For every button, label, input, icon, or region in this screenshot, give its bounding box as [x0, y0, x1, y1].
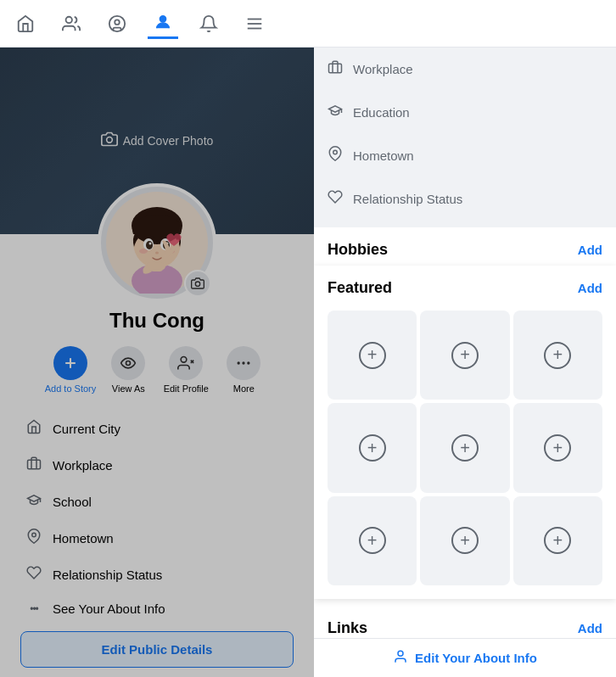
svg-point-36: [333, 150, 338, 154]
more-dots-icon: •••: [24, 603, 44, 615]
plus-icon-4: +: [359, 434, 386, 462]
edit-profile-panel: Workplace Education Hometown: [314, 48, 616, 677]
hometown-icon: [24, 529, 44, 548]
plus-icon-9: +: [544, 527, 571, 554]
info-relationship-text: Relationship Status: [53, 568, 162, 582]
more-icon: [227, 346, 260, 380]
featured-cell-1[interactable]: +: [328, 311, 417, 400]
workplace-panel-icon: [328, 59, 343, 78]
svg-point-23: [195, 282, 199, 286]
top-navigation: [0, 0, 616, 48]
more-label: More: [233, 383, 255, 394]
svg-point-31: [243, 361, 245, 364]
featured-add-button[interactable]: Add: [578, 281, 602, 295]
featured-section-header: Featured Add: [314, 266, 616, 304]
panel-item-relationship[interactable]: Relationship Status: [314, 177, 616, 221]
city-icon: [24, 419, 44, 439]
hobbies-title: Hobbies: [328, 241, 388, 259]
info-list: Current City Workplace School: [14, 411, 300, 624]
nav-groups[interactable]: [102, 8, 132, 39]
add-to-story-button[interactable]: Add to Story: [45, 346, 97, 394]
plus-icon-8: +: [451, 527, 479, 554]
info-city-text: Current City: [53, 422, 120, 436]
featured-cell-7[interactable]: +: [328, 496, 417, 585]
view-as-label: View As: [112, 383, 145, 394]
info-see-about[interactable]: ••• See Your About Info: [20, 593, 294, 624]
action-buttons: Add to Story View As Edit Profile: [45, 346, 270, 394]
featured-section: Featured Add + + + +: [314, 266, 616, 599]
info-hometown[interactable]: Hometown: [20, 520, 294, 557]
featured-title: Featured: [328, 279, 392, 297]
info-workplace-text: Workplace: [53, 458, 113, 473]
info-hometown-text: Hometown: [53, 531, 114, 546]
nav-menu[interactable]: [239, 8, 270, 39]
edit-profile-icon: [169, 346, 203, 380]
info-workplace[interactable]: Workplace: [20, 447, 294, 484]
nav-profile[interactable]: [148, 8, 178, 39]
featured-cell-4[interactable]: +: [328, 403, 417, 492]
view-as-button[interactable]: View As: [103, 346, 154, 394]
featured-cell-6[interactable]: +: [513, 403, 602, 492]
svg-point-30: [238, 361, 240, 364]
hobbies-section-header: Hobbies Add: [314, 227, 616, 266]
edit-profile-label: Edit Profile: [164, 383, 209, 394]
svg-point-20: [139, 249, 148, 254]
add-cover-photo-button[interactable]: Add Cover Photo: [101, 131, 214, 152]
plus-icon-6: +: [544, 434, 571, 462]
svg-point-26: [126, 361, 131, 366]
add-story-icon: [53, 346, 87, 380]
panel-workplace-label: Workplace: [353, 62, 413, 76]
relationship-panel-icon: [328, 189, 343, 208]
svg-point-37: [398, 651, 403, 656]
svg-point-0: [66, 16, 72, 22]
featured-cell-3[interactable]: +: [513, 311, 602, 400]
links-add-button[interactable]: Add: [578, 621, 602, 635]
featured-cell-8[interactable]: +: [420, 496, 509, 585]
nav-friends[interactable]: [56, 8, 87, 39]
nav-home[interactable]: [10, 8, 41, 39]
avatar-camera-button[interactable]: [184, 270, 211, 297]
left-panel: Add Cover Photo: [0, 48, 314, 677]
edit-public-label: Edit Public Details: [102, 642, 213, 657]
info-school-text: School: [53, 495, 92, 509]
view-as-icon: [111, 346, 145, 380]
nav-icon-group: [10, 8, 606, 39]
school-icon: [24, 492, 44, 512]
info-current-city[interactable]: Current City: [20, 411, 294, 447]
featured-cell-2[interactable]: +: [420, 311, 509, 400]
plus-icon-3: +: [544, 342, 571, 369]
profile-section: Thu Cong Add to Story View As: [0, 183, 314, 677]
hobbies-add-button[interactable]: Add: [578, 243, 602, 257]
person-icon: [393, 649, 408, 667]
main-layout: Add Cover Photo: [0, 48, 616, 677]
featured-cell-5[interactable]: +: [420, 403, 509, 492]
svg-point-19: [155, 252, 159, 255]
info-relationship[interactable]: Relationship Status: [20, 557, 294, 593]
panel-item-workplace[interactable]: Workplace: [314, 48, 616, 91]
info-school[interactable]: School: [20, 484, 294, 520]
plus-icon-7: +: [359, 527, 386, 554]
featured-cell-9[interactable]: +: [513, 496, 602, 585]
panel-item-hometown[interactable]: Hometown: [314, 134, 616, 177]
edit-about-info-bar[interactable]: Edit Your About Info: [314, 638, 616, 677]
svg-point-27: [181, 357, 187, 363]
nav-bell[interactable]: [193, 8, 224, 39]
hometown-panel-icon: [328, 146, 343, 165]
svg-point-15: [146, 241, 153, 249]
plus-icon-1: +: [359, 342, 386, 369]
info-about-text: See Your About Info: [53, 601, 165, 616]
more-button[interactable]: More: [218, 346, 269, 394]
edit-profile-button[interactable]: Edit Profile: [160, 346, 211, 394]
edit-public-details-button[interactable]: Edit Public Details: [20, 631, 294, 668]
svg-point-2: [115, 20, 120, 25]
featured-grid: + + + + + +: [314, 304, 616, 599]
panel-item-education[interactable]: Education: [314, 91, 616, 134]
svg-point-32: [247, 361, 249, 364]
add-story-label: Add to Story: [45, 383, 97, 394]
avatar-wrapper: [98, 183, 216, 302]
panel-hometown-label: Hometown: [353, 148, 414, 163]
svg-rect-35: [329, 64, 342, 73]
plus-icon-2: +: [451, 342, 479, 369]
panel-relationship-label: Relationship Status: [353, 192, 462, 206]
svg-point-17: [149, 243, 152, 245]
